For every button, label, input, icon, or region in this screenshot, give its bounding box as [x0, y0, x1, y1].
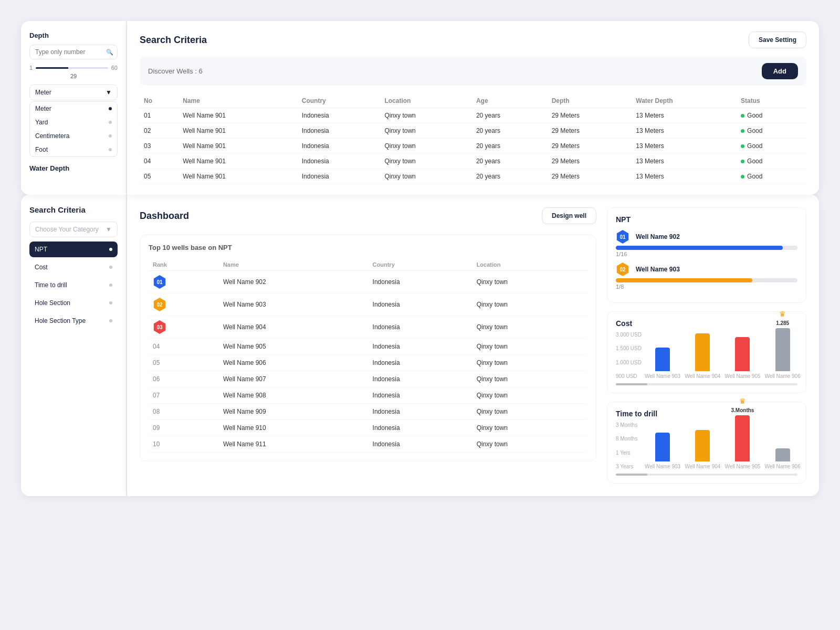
discover-row: Discover Wells : 6 Add [140, 57, 806, 86]
ttd-card: Time to drill 3 Months8 Months1 Yers3 Ye… [607, 402, 806, 484]
col-name: Name [178, 94, 298, 108]
top10-col-name: Name [219, 259, 369, 271]
top10-row: 05 Well Name 906 Indonesia Qinxy town [149, 355, 587, 371]
top10-row: 02 Well Name 903 Indonesia Qinxy town [149, 293, 587, 316]
bottom-sidebar: Search Criteria Choose Your Category ▼ N… [21, 195, 126, 496]
npt-bar-wrap [616, 278, 797, 282]
npt-value: 1/16 [616, 251, 797, 257]
unit-selected-label: Meter [35, 89, 51, 96]
cost-y-labels: 3.000 USD1.500 USD1.000 USD900 USD [616, 332, 642, 379]
depth-input[interactable] [29, 45, 118, 59]
menu-dot [109, 266, 112, 269]
rank-badge: 02 [153, 298, 166, 311]
dashboard-header: Dashboard Design well [140, 207, 596, 224]
menu-dot [109, 301, 112, 304]
table-row: 02 Well Name 901 Indonesia Qinxy town 20… [140, 123, 806, 139]
top10-row: 07 Well Name 908 Indonesia Qinxy town [149, 387, 587, 404]
add-button[interactable]: Add [762, 63, 798, 79]
chevron-down-icon: ▼ [106, 226, 112, 233]
ttd-scrollbar-track[interactable] [616, 474, 797, 476]
bar-label: Well Name 903 [645, 464, 680, 469]
unit-dot-centimetera [109, 134, 112, 138]
dashboard-right: NPT 01 Well Name 902 1/16 02 Well Name 9… [607, 207, 806, 484]
sidebar-menu-item-time-to-drill[interactable]: Time to drill [29, 277, 118, 293]
sidebar-menu-item-npt[interactable]: NPT [29, 242, 118, 257]
bottom-main-panel: Dashboard Design well Top 10 wells base … [127, 195, 819, 496]
bar-label: Well Name 903 [645, 373, 680, 379]
unit-options-list: Meter Yard Centimetera Foot [29, 101, 118, 157]
top10-col-rank: Rank [149, 259, 219, 271]
unit-option-centimetera[interactable]: Centimetera [30, 129, 117, 143]
table-row: 01 Well Name 901 Indonesia Qinxy town 20… [140, 108, 806, 123]
top10-title: Top 10 wells base on NPT [149, 244, 587, 251]
col-status: Status [737, 94, 806, 108]
col-no: No [140, 94, 178, 108]
sidebar-menu-item-hole-section[interactable]: Hole Section [29, 295, 118, 311]
unit-option-foot[interactable]: Foot [30, 143, 117, 156]
cost-scrollbar-thumb [616, 383, 647, 385]
npt-rank-badge: 01 [616, 230, 629, 244]
y-label: 3.000 USD [616, 332, 642, 338]
range-slider[interactable] [36, 67, 108, 69]
top-sidebar: Depth 🔍 1 60 29 Meter ▼ Meter Yard [21, 21, 126, 195]
y-label: 1.000 USD [616, 360, 642, 365]
bar-group: Well Name 904 [685, 322, 720, 379]
search-criteria-label: Search Criteria [29, 205, 118, 214]
unit-option-meter[interactable]: Meter [30, 102, 117, 116]
table-row: 04 Well Name 901 Indonesia Qinxy town 20… [140, 154, 806, 169]
top10-row: 03 Well Name 904 Indonesia Qinxy town [149, 316, 587, 339]
bar [735, 415, 750, 461]
y-label: 1.500 USD [616, 345, 642, 351]
sidebar-menu-item-hole-section-type[interactable]: Hole Section Type [29, 313, 118, 329]
range-max: 60 [111, 65, 118, 71]
top10-col-location: Location [472, 259, 587, 271]
menu-dot [109, 284, 112, 287]
bar-label: Well Name 905 [724, 373, 760, 379]
unit-dropdown-button[interactable]: Meter ▼ [29, 85, 118, 100]
ttd-chart-wrap: 3 Months8 Months1 Yers3 Years Well Name … [616, 422, 797, 469]
category-placeholder: Choose Your Category [35, 226, 99, 233]
bar [695, 333, 710, 371]
unit-dot-meter [109, 107, 112, 110]
cost-bar-chart: Well Name 903 Well Name 904 Well Name 90… [645, 332, 797, 379]
design-well-button[interactable]: Design well [542, 207, 596, 224]
table-row: 05 Well Name 901 Indonesia Qinxy town 20… [140, 169, 806, 184]
top10-card: Top 10 wells base on NPT Rank Name Count… [140, 235, 596, 461]
bar-group: Well Name 903 [645, 336, 680, 379]
npt-row: 02 Well Name 903 1/8 [616, 262, 797, 290]
unit-dropdown: Meter ▼ Meter Yard Centimetera Foot [29, 85, 118, 157]
menu-dot [109, 248, 112, 251]
y-label: 3 Months [616, 422, 637, 428]
bar [695, 430, 710, 461]
right-panel-inner: NPT 01 Well Name 902 1/16 02 Well Name 9… [607, 207, 806, 484]
depth-label: Depth [29, 32, 118, 39]
y-label: 900 USD [616, 373, 642, 379]
unit-dot-foot [109, 148, 112, 151]
npt-value: 1/8 [616, 284, 797, 290]
bar-group: ♛1.285 Well Name 906 [765, 310, 801, 379]
save-setting-button[interactable]: Save Setting [749, 32, 806, 48]
depth-search-wrap: 🔍 [29, 45, 118, 59]
top-main-header: Search Criteria Save Setting [140, 32, 806, 48]
cost-chart-wrap: 3.000 USD1.500 USD1.000 USD900 USD Well … [616, 332, 797, 379]
sidebar-menu-item-cost[interactable]: Cost [29, 259, 118, 275]
dashboard-title: Dashboard [140, 211, 189, 222]
category-dropdown-button[interactable]: Choose Your Category ▼ [29, 222, 118, 237]
ttd-bar-chart: Well Name 903 Well Name 904 ♛3.Months We… [645, 422, 797, 469]
results-table: No Name Country Location Age Depth Water… [140, 94, 806, 184]
unit-option-yard[interactable]: Yard [30, 116, 117, 129]
bar-group: Well Name 906 [765, 437, 801, 469]
top10-row: 01 Well Name 902 Indonesia Qinxy town [149, 271, 587, 293]
top10-row: 06 Well Name 907 Indonesia Qinxy town [149, 371, 587, 387]
npt-bar-wrap [616, 246, 797, 250]
rank-badge: 01 [153, 275, 166, 289]
cost-scrollbar-track[interactable] [616, 383, 797, 385]
ttd-y-labels: 3 Months8 Months1 Yers3 Years [616, 422, 637, 469]
bar [775, 448, 790, 461]
bottom-sidebar-menu: NPTCostTime to drillHole SectionHole Sec… [29, 242, 118, 329]
npt-bar [616, 278, 752, 282]
top10-row: 08 Well Name 909 Indonesia Qinxy town [149, 404, 587, 420]
bar-top-label: 1.285 [776, 320, 789, 326]
y-label: 3 Years [616, 464, 637, 469]
menu-dot [109, 319, 112, 322]
